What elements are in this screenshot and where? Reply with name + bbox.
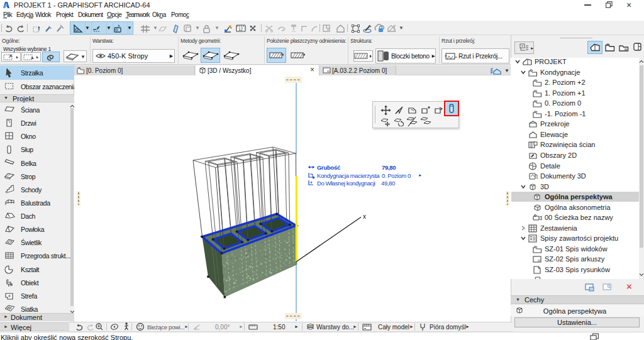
svg-text:12: 12 xyxy=(238,27,243,31)
svg-text:x: x xyxy=(363,213,366,220)
